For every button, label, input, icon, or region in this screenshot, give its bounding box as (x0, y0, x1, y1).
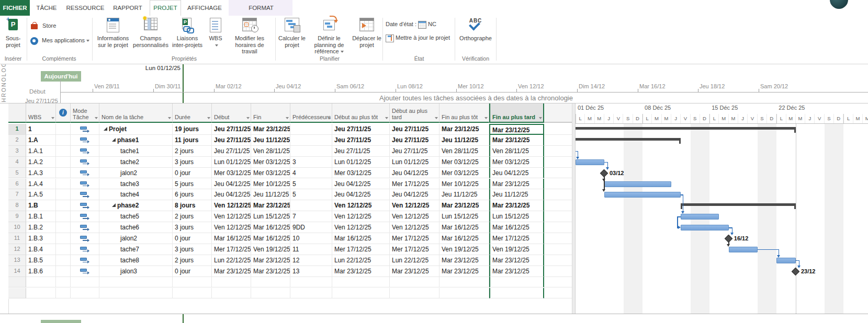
cell-dptard[interactable]: Jeu 04/12/25 (390, 189, 439, 200)
cell-dptard[interactable]: Jeu 27/11/25 (390, 124, 439, 135)
row-number[interactable]: 1 (8, 124, 26, 135)
cell-dpt[interactable]: Lun 22/12/25 (332, 255, 390, 266)
row-number[interactable]: 9 (8, 211, 26, 222)
cell-debut[interactable]: Lun 01/12/25 (212, 157, 251, 168)
liaisons-interprojets-button[interactable]: P Liaisons inter-projets (171, 17, 204, 57)
cell-wbs[interactable]: 1 (26, 124, 56, 135)
cell-info[interactable] (56, 255, 71, 266)
cell-debut[interactable]: Jeu 27/11/25 (212, 124, 251, 135)
cell-name[interactable]: tache3 (99, 179, 173, 190)
cell-pred[interactable]: 5 (290, 179, 332, 190)
cell-dpt[interactable]: Mar 16/12/25 (332, 233, 390, 244)
column-header-name[interactable]: Nom de la tâche (99, 103, 173, 123)
sous-projet-button[interactable]: +P Sous-projet (1, 17, 25, 57)
cell-pred[interactable]: 4 (290, 168, 332, 179)
cell-pred[interactable] (290, 288, 332, 299)
cell-duree[interactable]: 2 jours (173, 146, 212, 157)
cell-fptard[interactable]: Mar 23/12/25 (489, 179, 544, 190)
cell-info[interactable] (56, 266, 71, 277)
planning-reference-button[interactable]: Définir le planning de référence (307, 17, 351, 57)
cell-debut[interactable]: Jeu 27/11/25 (212, 135, 251, 146)
cell-mode[interactable] (71, 124, 99, 135)
cell-name[interactable]: phase1 (99, 135, 173, 146)
cell-info[interactable] (56, 168, 71, 179)
gantt-timescale[interactable]: 01 Déc 2508 Déc 2515 Déc 2522 Déc 25LMMJ… (576, 103, 868, 124)
cell-info[interactable] (56, 222, 71, 233)
cell-debut[interactable]: Mer 03/12/25 (212, 168, 251, 179)
cell-wbs[interactable]: 1.B.4 (26, 244, 56, 255)
user-avatar[interactable] (830, 0, 848, 9)
timeline-hint[interactable]: Ajouter toutes les tâches associées à de… (283, 94, 670, 102)
cell-name[interactable] (99, 288, 173, 299)
cell-debut[interactable] (212, 277, 251, 288)
cell-fpt[interactable] (439, 288, 489, 299)
cell-wbs[interactable] (26, 277, 56, 288)
filter-arrow-icon[interactable] (168, 117, 171, 119)
cell-debut[interactable]: Ven 12/12/25 (212, 200, 251, 211)
expand-triangle-icon[interactable] (112, 203, 116, 207)
cell-fptard[interactable]: Mer 17/12/25 (489, 233, 544, 244)
row-number[interactable]: 8 (8, 200, 26, 211)
cell-dpt[interactable]: Jeu 04/12/25 (332, 189, 390, 200)
cell-name[interactable]: tache1 (99, 146, 173, 157)
cell-debut[interactable]: Mar 16/12/25 (212, 233, 251, 244)
cell-fin[interactable]: Mar 16/12/25 (251, 222, 290, 233)
tab-format[interactable]: FORMAT (244, 0, 278, 16)
cell-info[interactable] (56, 157, 71, 168)
milestone-diamond[interactable] (792, 267, 800, 275)
tab-ressource[interactable]: RESSOURCE (65, 0, 106, 16)
task-bar[interactable] (604, 181, 671, 187)
cell-fptard[interactable] (489, 288, 544, 299)
cell-fin[interactable]: Ven 28/11/25 (251, 146, 290, 157)
cell-duree[interactable]: 0 jour (173, 168, 212, 179)
cell-wbs[interactable]: 1.A.2 (26, 157, 56, 168)
cell-dptard[interactable]: Mar 23/12/25 (390, 266, 439, 277)
cell-duree[interactable]: 0 jour (173, 266, 212, 277)
cell-fin[interactable]: Jeu 11/12/25 (251, 135, 290, 146)
cell-fptard[interactable] (489, 277, 544, 288)
column-header-fpt[interactable]: Fin au plus tôt (439, 103, 489, 123)
add-column-area[interactable] (544, 103, 572, 299)
cell-fptard[interactable]: Mar 23/12/25 (489, 266, 544, 277)
tab-fichier[interactable]: FICHIER (0, 0, 30, 16)
cell-info[interactable] (56, 277, 71, 288)
deplacer-projet-button[interactable]: Déplacer le projet (352, 17, 381, 57)
cell-fptard[interactable]: Ven 19/12/25 (489, 244, 544, 255)
cell-fpt[interactable]: Mar 23/12/25 (439, 200, 489, 211)
cell-dpt[interactable]: Ven 12/12/25 (332, 222, 390, 233)
cell-dptard[interactable]: Ven 12/12/25 (390, 211, 439, 222)
filter-arrow-icon[interactable] (286, 117, 289, 119)
cell-fin[interactable]: Mar 23/12/25 (251, 266, 290, 277)
cell-name[interactable]: phase2 (99, 200, 173, 211)
cell-dpt[interactable]: Lun 01/12/25 (332, 157, 390, 168)
cell-dpt[interactable]: Ven 12/12/25 (332, 211, 390, 222)
row-number[interactable]: 5 (8, 168, 26, 179)
filter-arrow-icon[interactable] (539, 117, 542, 119)
cell-wbs[interactable]: 1.B (26, 200, 56, 211)
cell-fptard[interactable]: Ven 28/11/25 (489, 146, 544, 157)
cell-wbs[interactable] (26, 288, 56, 299)
summary-bar[interactable] (576, 127, 796, 130)
cell-dpt[interactable] (332, 277, 390, 288)
cell-debut[interactable]: Mar 23/12/25 (212, 266, 251, 277)
cell-duree[interactable] (173, 277, 212, 288)
task-bar[interactable] (729, 247, 758, 252)
cell-dpt[interactable]: Mar 23/12/25 (332, 266, 390, 277)
cell-wbs[interactable]: 1.B.5 (26, 255, 56, 266)
cell-name[interactable]: tache2 (99, 157, 173, 168)
column-header-fin[interactable]: Fin (251, 103, 290, 123)
cell-fpt[interactable]: Mer 03/12/25 (439, 157, 489, 168)
cell-fpt[interactable]: Mar 23/12/25 (439, 266, 489, 277)
cell-fpt[interactable]: Ven 19/12/25 (439, 244, 489, 255)
cell-fpt[interactable]: Jeu 11/12/25 (439, 189, 489, 200)
cell-mode[interactable] (71, 168, 99, 179)
cell-debut[interactable]: Jeu 27/11/25 (212, 146, 251, 157)
cell-wbs[interactable]: 1.A.4 (26, 179, 56, 190)
cell-name[interactable]: tache6 (99, 222, 173, 233)
cell-debut[interactable]: Mer 17/12/25 (212, 244, 251, 255)
filter-arrow-icon[interactable] (246, 117, 250, 119)
expand-triangle-icon[interactable] (112, 138, 116, 142)
cell-dptard[interactable] (390, 277, 439, 288)
summary-bar[interactable] (681, 203, 796, 206)
cell-fin[interactable]: Mer 10/12/25 (251, 179, 290, 190)
